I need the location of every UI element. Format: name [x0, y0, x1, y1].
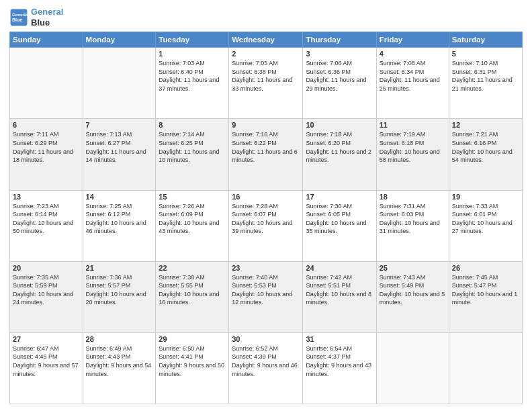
weekday-header-thursday: Thursday: [303, 32, 376, 48]
weekday-header-wednesday: Wednesday: [229, 32, 303, 48]
calendar-cell: 23Sunrise: 7:40 AM Sunset: 5:53 PM Dayli…: [229, 261, 303, 332]
weekday-header-saturday: Saturday: [449, 32, 522, 48]
day-number: 28: [86, 335, 153, 343]
logo-text: GeneralBlue: [31, 7, 63, 28]
day-info: Sunrise: 7:28 AM Sunset: 6:07 PM Dayligh…: [232, 202, 300, 236]
calendar-cell: [83, 48, 156, 119]
day-number: 11: [380, 121, 446, 129]
day-info: Sunrise: 6:54 AM Sunset: 4:37 PM Dayligh…: [306, 345, 373, 378]
day-number: 30: [232, 335, 300, 343]
day-info: Sunrise: 6:47 AM Sunset: 4:45 PM Dayligh…: [13, 345, 80, 378]
calendar-cell: 26Sunrise: 7:45 AM Sunset: 5:47 PM Dayli…: [449, 261, 522, 332]
day-number: 9: [232, 121, 300, 129]
day-info: Sunrise: 7:23 AM Sunset: 6:14 PM Dayligh…: [13, 202, 80, 236]
calendar-cell: 3Sunrise: 7:06 AM Sunset: 6:36 PM Daylig…: [303, 48, 376, 119]
day-info: Sunrise: 7:18 AM Sunset: 6:20 PM Dayligh…: [306, 130, 373, 164]
calendar-cell: 11Sunrise: 7:19 AM Sunset: 6:18 PM Dayli…: [376, 119, 449, 190]
day-info: Sunrise: 7:11 AM Sunset: 6:29 PM Dayligh…: [13, 130, 80, 164]
page-container: General Blue GeneralBlue SundayMondayTue…: [0, 0, 532, 411]
calendar-cell: 31Sunrise: 6:54 AM Sunset: 4:37 PM Dayli…: [303, 332, 376, 404]
calendar-cell: [376, 332, 449, 404]
calendar-week-row: 27Sunrise: 6:47 AM Sunset: 4:45 PM Dayli…: [10, 332, 523, 404]
day-info: Sunrise: 7:14 AM Sunset: 6:25 PM Dayligh…: [159, 130, 226, 164]
day-number: 14: [86, 193, 153, 201]
day-info: Sunrise: 7:36 AM Sunset: 5:57 PM Dayligh…: [86, 273, 153, 307]
day-info: Sunrise: 6:50 AM Sunset: 4:41 PM Dayligh…: [159, 345, 226, 378]
calendar-cell: 1Sunrise: 7:03 AM Sunset: 6:40 PM Daylig…: [156, 48, 229, 119]
calendar-cell: 18Sunrise: 7:31 AM Sunset: 6:03 PM Dayli…: [376, 190, 449, 261]
logo-icon: General Blue: [9, 8, 28, 27]
day-number: 21: [86, 264, 153, 272]
day-number: 17: [306, 193, 373, 201]
calendar-cell: 6Sunrise: 7:11 AM Sunset: 6:29 PM Daylig…: [10, 119, 83, 190]
calendar-cell: 16Sunrise: 7:28 AM Sunset: 6:07 PM Dayli…: [229, 190, 303, 261]
calendar-cell: 12Sunrise: 7:21 AM Sunset: 6:16 PM Dayli…: [449, 119, 522, 190]
day-number: 20: [13, 264, 80, 272]
day-info: Sunrise: 7:35 AM Sunset: 5:59 PM Dayligh…: [13, 273, 80, 307]
day-info: Sunrise: 7:08 AM Sunset: 6:34 PM Dayligh…: [380, 59, 446, 93]
day-info: Sunrise: 7:26 AM Sunset: 6:09 PM Dayligh…: [159, 202, 226, 236]
calendar-cell: 15Sunrise: 7:26 AM Sunset: 6:09 PM Dayli…: [156, 190, 229, 261]
day-number: 13: [13, 193, 80, 201]
calendar-cell: 25Sunrise: 7:43 AM Sunset: 5:49 PM Dayli…: [376, 261, 449, 332]
day-info: Sunrise: 7:43 AM Sunset: 5:49 PM Dayligh…: [380, 273, 446, 307]
day-number: 5: [452, 50, 519, 58]
calendar-cell: 20Sunrise: 7:35 AM Sunset: 5:59 PM Dayli…: [10, 261, 83, 332]
logo: General Blue GeneralBlue: [9, 7, 63, 28]
calendar-cell: 24Sunrise: 7:42 AM Sunset: 5:51 PM Dayli…: [303, 261, 376, 332]
day-number: 16: [232, 193, 300, 201]
day-info: Sunrise: 7:10 AM Sunset: 6:31 PM Dayligh…: [452, 59, 519, 93]
day-number: 31: [306, 335, 373, 343]
day-number: 15: [159, 193, 226, 201]
calendar-cell: 8Sunrise: 7:14 AM Sunset: 6:25 PM Daylig…: [156, 119, 229, 190]
calendar-cell: 4Sunrise: 7:08 AM Sunset: 6:34 PM Daylig…: [376, 48, 449, 119]
day-number: 4: [380, 50, 446, 58]
calendar-cell: 7Sunrise: 7:13 AM Sunset: 6:27 PM Daylig…: [83, 119, 156, 190]
day-info: Sunrise: 7:45 AM Sunset: 5:47 PM Dayligh…: [452, 273, 519, 307]
day-info: Sunrise: 7:25 AM Sunset: 6:12 PM Dayligh…: [86, 202, 153, 236]
calendar-cell: [10, 48, 83, 119]
day-number: 18: [380, 193, 446, 201]
day-number: 22: [159, 264, 226, 272]
calendar-cell: 19Sunrise: 7:33 AM Sunset: 6:01 PM Dayli…: [449, 190, 522, 261]
day-info: Sunrise: 7:33 AM Sunset: 6:01 PM Dayligh…: [452, 202, 519, 236]
calendar-cell: 14Sunrise: 7:25 AM Sunset: 6:12 PM Dayli…: [83, 190, 156, 261]
weekday-header-row: SundayMondayTuesdayWednesdayThursdayFrid…: [10, 32, 523, 48]
day-number: 23: [232, 264, 300, 272]
calendar-cell: [449, 332, 522, 404]
day-info: Sunrise: 6:52 AM Sunset: 4:39 PM Dayligh…: [232, 345, 300, 378]
day-info: Sunrise: 7:06 AM Sunset: 6:36 PM Dayligh…: [306, 59, 373, 93]
day-info: Sunrise: 7:30 AM Sunset: 6:05 PM Dayligh…: [306, 202, 373, 236]
day-info: Sunrise: 7:16 AM Sunset: 6:22 PM Dayligh…: [232, 130, 300, 164]
day-number: 2: [232, 50, 300, 58]
calendar-cell: 10Sunrise: 7:18 AM Sunset: 6:20 PM Dayli…: [303, 119, 376, 190]
day-number: 7: [86, 121, 153, 129]
calendar-week-row: 6Sunrise: 7:11 AM Sunset: 6:29 PM Daylig…: [10, 119, 523, 190]
day-number: 26: [452, 264, 519, 272]
day-number: 6: [13, 121, 80, 129]
calendar-week-row: 13Sunrise: 7:23 AM Sunset: 6:14 PM Dayli…: [10, 190, 523, 261]
day-number: 27: [13, 335, 80, 343]
day-number: 19: [452, 193, 519, 201]
calendar-cell: 13Sunrise: 7:23 AM Sunset: 6:14 PM Dayli…: [10, 190, 83, 261]
svg-text:Blue: Blue: [12, 17, 22, 22]
weekday-header-friday: Friday: [376, 32, 449, 48]
day-info: Sunrise: 6:49 AM Sunset: 4:43 PM Dayligh…: [86, 345, 153, 378]
calendar-cell: 2Sunrise: 7:05 AM Sunset: 6:38 PM Daylig…: [229, 48, 303, 119]
day-info: Sunrise: 7:21 AM Sunset: 6:16 PM Dayligh…: [452, 130, 519, 164]
weekday-header-tuesday: Tuesday: [156, 32, 229, 48]
calendar-cell: 9Sunrise: 7:16 AM Sunset: 6:22 PM Daylig…: [229, 119, 303, 190]
day-info: Sunrise: 7:13 AM Sunset: 6:27 PM Dayligh…: [86, 130, 153, 164]
calendar-cell: 5Sunrise: 7:10 AM Sunset: 6:31 PM Daylig…: [449, 48, 522, 119]
day-info: Sunrise: 7:19 AM Sunset: 6:18 PM Dayligh…: [380, 130, 446, 164]
day-number: 3: [306, 50, 373, 58]
weekday-header-sunday: Sunday: [10, 32, 83, 48]
day-info: Sunrise: 7:42 AM Sunset: 5:51 PM Dayligh…: [306, 273, 373, 307]
day-info: Sunrise: 7:03 AM Sunset: 6:40 PM Dayligh…: [159, 59, 226, 93]
calendar-cell: 27Sunrise: 6:47 AM Sunset: 4:45 PM Dayli…: [10, 332, 83, 404]
calendar-table: SundayMondayTuesdayWednesdayThursdayFrid…: [9, 32, 523, 404]
day-info: Sunrise: 7:31 AM Sunset: 6:03 PM Dayligh…: [380, 202, 446, 236]
day-info: Sunrise: 7:05 AM Sunset: 6:38 PM Dayligh…: [232, 59, 300, 93]
weekday-header-monday: Monday: [83, 32, 156, 48]
day-number: 29: [159, 335, 226, 343]
